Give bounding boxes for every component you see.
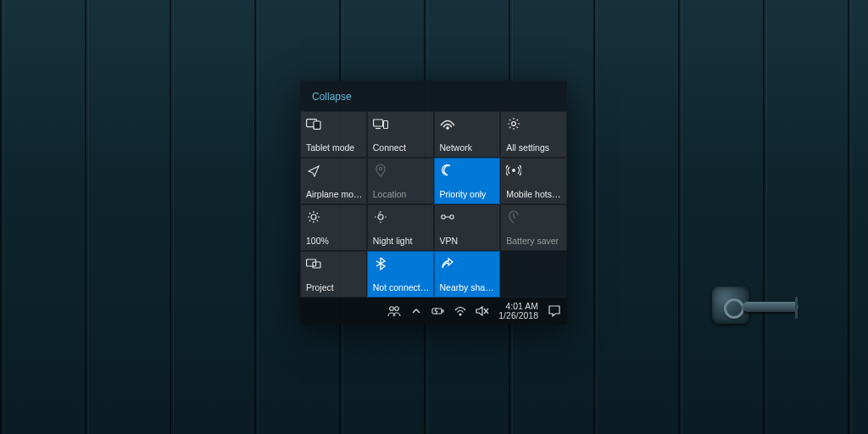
svg-point-17 xyxy=(395,307,399,311)
tile-project[interactable]: Project xyxy=(300,251,367,298)
svg-rect-2 xyxy=(373,120,382,126)
svg-point-12 xyxy=(449,215,453,219)
tile-label: VPN xyxy=(440,236,497,246)
tile-label: All settings xyxy=(506,142,563,153)
svg-point-6 xyxy=(512,122,516,126)
svg-point-16 xyxy=(390,307,394,311)
network-icon xyxy=(440,116,455,131)
tile-all-settings[interactable]: All settings xyxy=(500,111,567,158)
quick-actions-grid: Tablet mode Connect Network xyxy=(300,111,567,298)
location-icon xyxy=(373,163,388,178)
tile-label: Tablet mode xyxy=(306,142,363,153)
tile-label: Battery saver xyxy=(506,236,563,246)
svg-point-8 xyxy=(513,170,515,172)
wallpaper-hinge-decor xyxy=(700,271,802,339)
tile-tablet-mode[interactable]: Tablet mode xyxy=(300,111,367,158)
svg-point-9 xyxy=(311,214,316,220)
share-icon xyxy=(440,256,455,271)
svg-rect-19 xyxy=(442,310,444,312)
tile-mobile-hotspot[interactable]: Mobile hotspot xyxy=(500,158,567,204)
action-center-panel: Collapse Tablet mode Connect xyxy=(300,81,567,325)
tile-label: Network xyxy=(440,142,497,153)
tile-vpn[interactable]: VPN xyxy=(434,204,501,251)
tray-chevron-icon[interactable] xyxy=(408,303,425,320)
tile-label: Project xyxy=(306,282,363,292)
connect-icon xyxy=(373,116,388,131)
taskbar: 4:01 AM 1/26/2018 xyxy=(300,298,567,325)
volume-muted-icon[interactable] xyxy=(474,303,491,320)
project-icon xyxy=(306,256,321,271)
wifi-icon[interactable] xyxy=(452,303,469,320)
svg-rect-14 xyxy=(307,259,316,266)
tablet-icon xyxy=(306,116,321,131)
svg-rect-15 xyxy=(313,262,320,268)
moon-icon xyxy=(440,163,455,178)
power-icon[interactable] xyxy=(430,303,447,320)
svg-point-7 xyxy=(379,167,381,170)
system-clock[interactable]: 4:01 AM 1/26/2018 xyxy=(498,302,538,320)
tile-battery-saver[interactable]: Battery saver xyxy=(500,204,567,251)
tile-location[interactable]: Location xyxy=(367,158,434,204)
tile-priority-only[interactable]: Priority only xyxy=(434,158,501,204)
tile-label: Location xyxy=(373,189,430,199)
tile-airplane-mode[interactable]: Airplane mode xyxy=(300,158,367,204)
tile-label: Connect xyxy=(373,142,430,153)
people-icon[interactable] xyxy=(386,303,403,320)
action-center-icon[interactable] xyxy=(547,303,562,319)
nightlight-icon xyxy=(373,209,388,225)
svg-point-5 xyxy=(446,127,448,129)
tile-empty xyxy=(500,251,567,298)
tile-label: Airplane mode xyxy=(306,189,363,199)
tile-night-light[interactable]: Night light xyxy=(367,204,434,251)
collapse-link[interactable]: Collapse xyxy=(300,81,567,111)
svg-point-11 xyxy=(441,215,444,219)
tile-network[interactable]: Network xyxy=(434,111,501,158)
tile-label: Priority only xyxy=(440,189,497,199)
svg-rect-4 xyxy=(383,121,387,129)
battery-icon xyxy=(506,209,521,225)
tile-connect[interactable]: Connect xyxy=(367,111,434,158)
tile-brightness[interactable]: 100% xyxy=(300,204,367,251)
tile-label: Not connected xyxy=(373,282,430,292)
brightness-icon xyxy=(306,209,321,225)
hotspot-icon xyxy=(506,163,521,178)
bluetooth-icon xyxy=(373,256,388,271)
tile-nearby-sharing[interactable]: Nearby sharing xyxy=(434,251,501,298)
tile-bluetooth[interactable]: Not connected xyxy=(367,251,434,298)
tile-label: Mobile hotspot xyxy=(506,189,563,199)
tile-label: 100% xyxy=(306,236,363,246)
clock-date: 1/26/2018 xyxy=(498,311,538,320)
tile-label: Nearby sharing xyxy=(440,282,497,292)
svg-point-20 xyxy=(459,314,461,315)
tile-label: Night light xyxy=(373,236,430,246)
settings-icon xyxy=(506,116,521,131)
vpn-icon xyxy=(440,209,455,225)
svg-rect-1 xyxy=(314,121,320,129)
airplane-icon xyxy=(306,163,321,178)
